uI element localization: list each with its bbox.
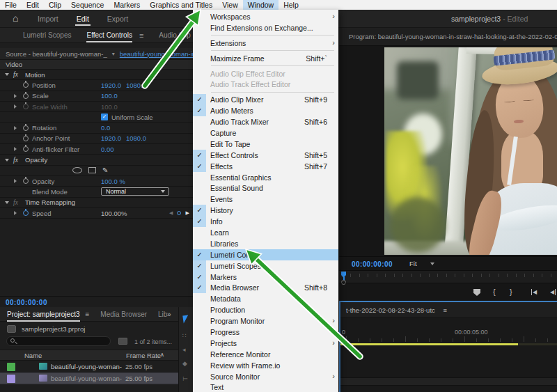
param-value[interactable]: 1080.0 xyxy=(126,134,146,142)
menu-item-progress[interactable]: Progress xyxy=(193,327,338,338)
new-bin-icon[interactable] xyxy=(118,338,127,345)
effect-row-opacity[interactable]: Opacity100.0 % xyxy=(0,176,202,187)
menu-item-history[interactable]: ✓History xyxy=(193,205,338,216)
effect-section-time-remapping[interactable]: fxTime Remapping xyxy=(0,198,202,208)
ellipse-mask-icon[interactable] xyxy=(72,167,82,173)
effect-row-blend-mode[interactable]: Blend ModeNormal xyxy=(0,187,202,197)
menu-item-info[interactable]: ✓Info xyxy=(193,216,338,227)
twirl-closed-icon[interactable] xyxy=(14,126,17,130)
menu-item-capture[interactable]: Capture xyxy=(193,127,338,139)
effect-row-anti-flicker-filter[interactable]: Anti-flicker Filter0.00 xyxy=(0,144,202,155)
razor-tool-icon[interactable]: ◆ xyxy=(182,360,187,367)
menubar-item-window[interactable]: Window xyxy=(243,0,278,10)
effect-row-anchor-point[interactable]: Anchor Point1920.01080.0 xyxy=(0,134,202,144)
param-value[interactable]: 0.0 xyxy=(101,124,110,132)
param-value[interactable]: 1080.0 xyxy=(126,81,146,89)
table-row[interactable]: beautiful-young-woman-in-25.00 fps xyxy=(0,361,178,373)
tab-effect-controls[interactable]: Effect Controls xyxy=(86,29,132,42)
effect-controls-timecode[interactable]: 00:00:00:00 xyxy=(6,299,47,306)
stopwatch-icon[interactable] xyxy=(23,136,29,141)
tab-media-browser[interactable]: Media Browser xyxy=(100,308,147,320)
sort-caret-icon[interactable]: ∧ xyxy=(160,352,164,358)
program-mini-ruler[interactable] xyxy=(339,270,557,283)
mark-in-button[interactable]: { xyxy=(493,288,496,296)
menu-item-text[interactable]: Text xyxy=(193,382,338,392)
twirl-open-icon[interactable] xyxy=(5,73,9,76)
menu-item-source-monitor[interactable]: Source Monitor› xyxy=(193,371,338,382)
chevron-down-icon[interactable]: ▾ xyxy=(112,51,115,57)
pen-mask-icon[interactable]: ✎ xyxy=(102,166,108,174)
tab-lib[interactable]: Lib xyxy=(158,308,167,320)
twirl-open-icon[interactable] xyxy=(5,159,9,162)
home-icon[interactable]: ⌂ xyxy=(13,13,18,24)
timeline-tab[interactable]: t-the-2022-02-08-22-43-28-utc ≡ xyxy=(340,302,557,318)
next-keyframe-icon[interactable]: ▶ xyxy=(185,210,189,216)
step-back-button[interactable]: ◀ xyxy=(550,289,556,295)
menubar-item-file[interactable]: File xyxy=(0,0,22,10)
program-timecode[interactable]: 00:00:00:00 xyxy=(352,260,393,268)
add-keyframe-icon[interactable] xyxy=(177,211,181,215)
menubar-item-edit[interactable]: Edit xyxy=(22,0,44,10)
project-file-row[interactable]: sampleproject3.prproj xyxy=(0,322,178,336)
twirl-closed-icon[interactable] xyxy=(14,211,17,215)
effect-row-scale-width[interactable]: Scale Width100.0 xyxy=(0,102,202,112)
header-nav-edit[interactable]: Edit xyxy=(75,10,91,27)
tab-overflow-icon[interactable]: » xyxy=(167,311,171,318)
param-value[interactable]: 0.00 xyxy=(101,146,114,153)
column-name[interactable]: Name xyxy=(24,352,42,359)
timeline-track[interactable] xyxy=(340,377,557,386)
add-marker-button[interactable] xyxy=(473,289,480,296)
clip-name[interactable]: beautiful-young-woman-in- xyxy=(51,375,122,382)
stopwatch-icon[interactable] xyxy=(23,178,29,184)
menu-item-media-browser[interactable]: ✓Media BrowserShift+8 xyxy=(193,282,338,293)
tab-lumetri-scopes[interactable]: Lumetri Scopes xyxy=(23,29,71,42)
clip-name[interactable]: beautiful-young-woman-in- xyxy=(51,363,122,370)
menu-item-libraries[interactable]: Libraries xyxy=(193,238,338,249)
mark-out-button[interactable]: } xyxy=(510,288,512,296)
menu-item-essential-sound[interactable]: Essential Sound xyxy=(193,182,338,194)
uniform-scale-checkbox[interactable]: ✓ xyxy=(101,113,108,120)
timeline-ruler[interactable]: 0 00:00:05:00 xyxy=(340,323,557,343)
blend-mode-select[interactable]: Normal xyxy=(101,187,169,196)
menu-item-reference-monitor[interactable]: Reference Monitor xyxy=(193,349,338,360)
panel-menu-icon[interactable]: ≡ xyxy=(139,31,143,40)
prev-keyframe-icon[interactable]: ◀ xyxy=(169,210,173,216)
label-color-swatch[interactable] xyxy=(7,375,15,383)
menubar-item-graphics-and-titles[interactable]: Graphics and Titles xyxy=(145,0,217,10)
go-to-in-button[interactable]: ◀ xyxy=(531,289,537,295)
twirl-closed-icon[interactable] xyxy=(14,179,17,183)
ripple-edit-tool-icon[interactable]: ◂ xyxy=(182,346,186,353)
param-value[interactable]: 100.00% xyxy=(101,210,127,217)
effect-row-uniform-scale[interactable]: ✓Uniform Scale xyxy=(0,112,202,123)
param-value[interactable]: 100.0 xyxy=(101,103,118,111)
panel-menu-icon[interactable]: ≡ xyxy=(86,311,90,318)
work-area-bar[interactable] xyxy=(340,343,518,345)
source-clip-row[interactable]: Source - beautiful-young-woman-_ ▾ beaut… xyxy=(0,48,202,60)
menu-item-review-with-frame-io[interactable]: Review with Frame.io xyxy=(193,360,338,371)
menu-item-lumetri-scopes[interactable]: ✓Lumetri Scopes xyxy=(193,260,338,272)
effect-row-position[interactable]: Position1920.01080.0 xyxy=(0,80,202,91)
menu-item-program-monitor[interactable]: Program Monitor› xyxy=(193,315,338,327)
menu-item-edit-to-tape[interactable]: Edit To Tape xyxy=(193,139,338,150)
program-video-frame[interactable] xyxy=(384,47,557,255)
menubar-item-clip[interactable]: Clip xyxy=(44,0,66,10)
menubar-item-markers[interactable]: Markers xyxy=(109,0,145,10)
param-value[interactable]: 1920.0 xyxy=(101,81,121,89)
menu-item-find-extensions-on-exchange[interactable]: Find Extensions on Exchange... xyxy=(193,22,338,33)
effect-row-rotation[interactable]: Rotation0.0 xyxy=(0,123,202,133)
menu-item-lumetri-color[interactable]: ✓Lumetri Color xyxy=(193,249,338,260)
effect-row-scale[interactable]: Scale100.0 xyxy=(0,91,202,102)
rect-mask-icon[interactable] xyxy=(88,167,96,173)
table-row[interactable]: beautiful-young-woman-in-25.00 fps xyxy=(0,373,178,384)
slip-tool-icon[interactable]: ⊢ xyxy=(182,375,188,382)
menu-item-extensions[interactable]: Extensions› xyxy=(193,38,338,49)
menu-item-learn[interactable]: Learn xyxy=(193,227,338,238)
menu-item-projects[interactable]: Projects› xyxy=(193,338,338,349)
stopwatch-icon[interactable] xyxy=(23,104,29,109)
menu-item-production[interactable]: Production xyxy=(193,304,338,315)
menu-item-essential-graphics[interactable]: Essential Graphics xyxy=(193,172,338,183)
stopwatch-icon[interactable] xyxy=(23,146,29,152)
stopwatch-icon[interactable] xyxy=(23,82,29,88)
twirl-open-icon[interactable] xyxy=(5,201,9,204)
menu-item-effect-controls[interactable]: ✓Effect ControlsShift+5 xyxy=(193,150,338,161)
